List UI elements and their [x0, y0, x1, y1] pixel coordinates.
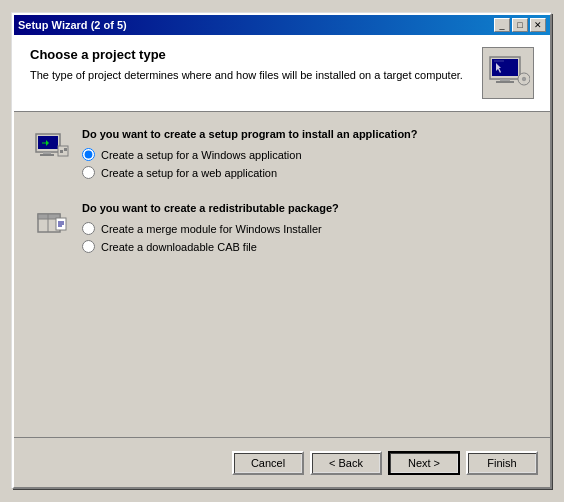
title-bar-text: Setup Wizard (2 of 5) — [18, 19, 494, 31]
radio-cab-file-option: Create a downloadable CAB file — [82, 240, 530, 253]
setup-app-icon — [34, 130, 70, 166]
svg-rect-4 — [496, 81, 514, 83]
section-setup-app: Do you want to create a setup program to… — [34, 128, 530, 184]
svg-rect-13 — [40, 154, 54, 156]
back-button[interactable]: < Back — [310, 451, 382, 475]
header-desc: The type of project determines where and… — [30, 68, 470, 83]
redistrib-icon — [34, 204, 70, 240]
setup-icon-svg — [34, 130, 70, 166]
close-button[interactable]: ✕ — [530, 18, 546, 32]
computer-svg — [486, 51, 530, 95]
body-area: Do you want to create a setup program to… — [14, 112, 550, 437]
radio-win-app-option: Create a setup for a Windows application — [82, 148, 530, 161]
minimize-button[interactable]: _ — [494, 18, 510, 32]
radio-merge-module-option: Create a merge module for Windows Instal… — [82, 222, 530, 235]
radio-cab-file[interactable] — [82, 240, 95, 253]
wizard-window: Setup Wizard (2 of 5) _ □ ✕ Choose a pro… — [12, 13, 552, 489]
svg-rect-15 — [60, 150, 63, 153]
section-redistrib-content: Do you want to create a redistributable … — [82, 202, 530, 258]
footer: Cancel < Back Next > Finish — [14, 437, 550, 487]
radio-web-app-label[interactable]: Create a setup for a web application — [101, 167, 277, 179]
next-button[interactable]: Next > — [388, 451, 460, 475]
section-setup-title: Do you want to create a setup program to… — [82, 128, 530, 140]
title-bar-controls: _ □ ✕ — [494, 18, 546, 32]
radio-win-app-label[interactable]: Create a setup for a Windows application — [101, 149, 302, 161]
radio-merge-module-label[interactable]: Create a merge module for Windows Instal… — [101, 223, 322, 235]
section-redistrib-title: Do you want to create a redistributable … — [82, 202, 530, 214]
svg-rect-1 — [492, 59, 518, 76]
header-text: Choose a project type The type of projec… — [30, 47, 470, 83]
radio-web-app-option: Create a setup for a web application — [82, 166, 530, 179]
window-content: Choose a project type The type of projec… — [14, 35, 550, 487]
cancel-button[interactable]: Cancel — [232, 451, 304, 475]
radio-win-app[interactable] — [82, 148, 95, 161]
header-area: Choose a project type The type of projec… — [14, 35, 550, 112]
header-title: Choose a project type — [30, 47, 470, 62]
radio-web-app[interactable] — [82, 166, 95, 179]
radio-merge-module[interactable] — [82, 222, 95, 235]
redistrib-icon-svg — [34, 204, 70, 240]
title-bar: Setup Wizard (2 of 5) _ □ ✕ — [14, 15, 550, 35]
maximize-button[interactable]: □ — [512, 18, 528, 32]
svg-rect-16 — [64, 148, 67, 151]
radio-cab-file-label[interactable]: Create a downloadable CAB file — [101, 241, 257, 253]
section-redistrib: Do you want to create a redistributable … — [34, 202, 530, 258]
section-setup-content: Do you want to create a setup program to… — [82, 128, 530, 184]
finish-button[interactable]: Finish — [466, 451, 538, 475]
header-icon — [482, 47, 534, 99]
